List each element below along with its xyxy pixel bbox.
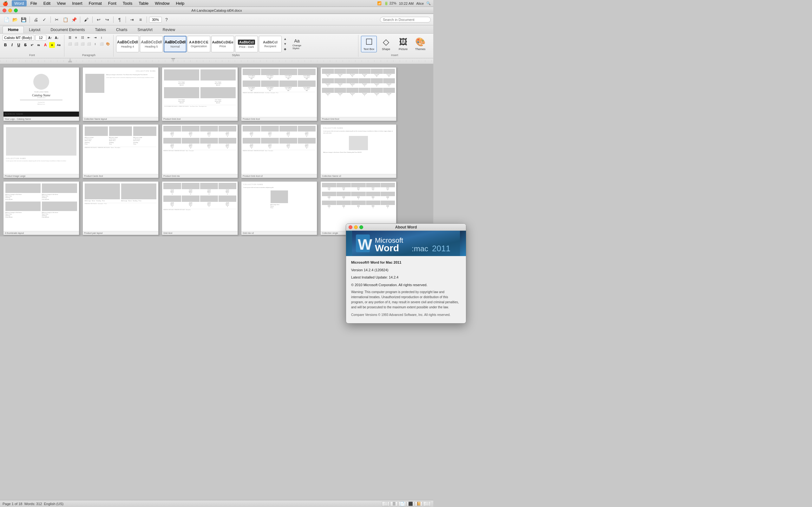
numbering-button[interactable]: ≡ [73,35,79,40]
clear-format-button[interactable]: Aa [56,42,61,48]
decrease-indent-button[interactable]: ⇤ [86,35,92,40]
font-menu[interactable]: Font [106,0,119,6]
tab-charts[interactable]: Charts [111,26,132,33]
styles-nav[interactable]: ▲ ▼ ◆ [283,37,288,52]
highlight-button[interactable]: A [49,42,55,48]
style-heading5[interactable]: AaBbCcDdI Heading 5 [140,36,163,52]
format-painter-button[interactable]: 🖌 [83,16,90,23]
styles-expand[interactable]: ◆ [283,47,288,51]
search-input[interactable] [380,17,431,22]
window-menu[interactable]: Window [152,0,172,6]
increase-font-button[interactable]: A↑ [47,35,53,41]
italic-button[interactable]: I [9,42,15,48]
file-menu[interactable]: File [28,0,40,6]
page-thumb-6[interactable]: COLLECTION NAME Lorem ipsum dolor sit am… [3,124,79,178]
textbox-button[interactable]: ☐ Text Box [361,36,377,52]
page-thumb-5[interactable]: Your ImageName$ Your ImageName$ Your Ima… [320,67,397,121]
page-thumb-4[interactable]: YOUR IMAGEYour Name$$$ YOUR IMAGEYour Na… [241,67,317,121]
change-styles-button[interactable]: Aa ChangeStyles [291,37,303,51]
help-menu[interactable]: Help [173,0,187,6]
ruler-right-margin[interactable] [171,58,175,62]
tab-review[interactable]: Review [158,26,180,33]
format-menu[interactable]: Format [86,0,104,6]
align-button[interactable]: ≡ [137,16,144,23]
align-center-button[interactable]: ⬜ [73,41,79,46]
bold-button[interactable]: B [3,42,8,48]
edit-menu[interactable]: Edit [41,0,53,6]
zoom-field[interactable] [149,17,162,22]
insert-menu[interactable]: Insert [69,0,85,6]
page-thumb-1[interactable]: YOUR LOGO HERE Catalog Name SPRING 2014 … [3,67,79,121]
search-icon[interactable]: 🔍 [426,1,431,5]
shape-button[interactable]: ◇ Shape [378,36,394,52]
document-area[interactable]: YOUR LOGO HERE Catalog Name SPRING 2014 … [0,64,433,236]
bullets-button[interactable]: ☰ [67,35,72,40]
spellcheck-button[interactable]: ✓ [41,16,48,23]
decrease-font-button[interactable]: A↓ [54,35,60,41]
page-thumb-11[interactable]: Add your image to this frameName HereHea… [3,181,79,235]
save-button[interactable]: 💾 [20,16,27,23]
page-thumb-10[interactable]: COLLECTION NAME Lorem ipsum dolor sit am… [320,124,397,178]
font-name-input[interactable] [3,35,34,41]
page-thumb-14[interactable]: COLLECTION NAME Lorem ipsum dolor sit am… [241,181,317,235]
increase-indent-button[interactable]: ⇥ [128,16,136,23]
tab-home[interactable]: Home [3,26,24,33]
multilevel-button[interactable]: ☷ [80,35,85,40]
apple-menu[interactable]: 🍎 [3,1,8,6]
open-button[interactable]: 📂 [11,16,19,23]
paste-button[interactable]: 📌 [70,16,78,23]
about-close-button[interactable] [349,225,352,229]
page-thumb-2[interactable]: COLLECTION NAME Add your image to this f… [83,67,159,121]
copy-button[interactable]: 📋 [61,16,69,23]
table-menu[interactable]: Table [136,0,151,6]
cut-button[interactable]: ✂ [53,16,61,23]
page-thumb-12[interactable]: Add image · Name · Heading · Price Add i… [83,181,159,235]
tab-layout[interactable]: Layout [24,26,45,33]
line-spacing-button[interactable]: ↕ [92,41,98,46]
view-menu[interactable]: View [54,0,68,6]
superscript-button[interactable]: x² [29,42,35,48]
page-thumb-8[interactable]: YOURIMAGEName$ YOURIMAGEName$ YOURIMAGEN… [162,124,238,178]
font-size-input[interactable] [35,35,46,41]
style-price-dark[interactable]: AaBbCcI Price - Dark [235,36,258,52]
close-button[interactable] [3,9,6,12]
themes-button[interactable]: 🎨 Themes [412,36,428,52]
picture-button[interactable]: 🖼 Picture [395,36,411,52]
tab-document-elements[interactable]: Document Elements [45,26,90,33]
tab-smartart[interactable]: SmartArt [132,26,157,33]
justify-button[interactable]: ⬜ [86,41,92,46]
minimize-button[interactable] [8,9,12,12]
page-thumb-3[interactable]: Your ImageName Here$14.00 Your ImageName… [162,67,238,121]
style-price[interactable]: AaBbCcDiEe Price [211,36,234,52]
tools-menu[interactable]: Tools [120,0,135,6]
increase-indent-para-button[interactable]: ⇥ [92,35,98,40]
page-thumb-9[interactable]: YOURIMAGEName$ YOURIMAGEName$ YOURIMAGEN… [241,124,317,178]
styles-prev[interactable]: ▲ [283,37,288,41]
maximize-button[interactable] [14,9,18,12]
undo-button[interactable]: ↩ [95,16,102,23]
style-recipient[interactable]: AaBbCcI Recipient [259,36,282,52]
shading-button[interactable]: 🎨 [105,41,111,46]
paragraph-marks-button[interactable]: ¶ [116,16,123,23]
align-left-button[interactable]: ⬜ [67,41,72,46]
print-button[interactable]: 🖨 [32,16,40,23]
align-right-button[interactable]: ⬜ [80,41,85,46]
underline-button[interactable]: U [16,42,21,48]
style-heading4[interactable]: AaBbCcDdI Heading 4 [116,36,139,52]
word-menu[interactable]: Word [12,0,27,6]
about-maximize-button[interactable] [359,225,363,229]
page-thumb-7[interactable]: Add your imageto this frameName HereHead… [83,124,159,178]
tab-tables[interactable]: Tables [90,26,111,33]
font-color-button[interactable]: A [43,42,48,48]
new-button[interactable]: 📄 [3,16,10,23]
borders-button[interactable]: ⬜ [99,41,104,46]
subscript-button[interactable]: x₂ [36,42,42,48]
redo-button[interactable]: ↪ [103,16,111,23]
about-minimize-button[interactable] [354,225,358,229]
style-normal[interactable]: AaBbCcDdI Normal [164,36,187,52]
strikethrough-button[interactable]: S [22,42,28,48]
sort-button[interactable]: ↕ [99,35,104,40]
style-organization[interactable]: AABBCCE Organization [188,36,210,52]
page-thumb-13[interactable]: YOURIMAGEName$ YOURIMAGEName$ YOURIMAGEN… [162,181,238,235]
help-toolbar-button[interactable]: ? [163,16,170,23]
